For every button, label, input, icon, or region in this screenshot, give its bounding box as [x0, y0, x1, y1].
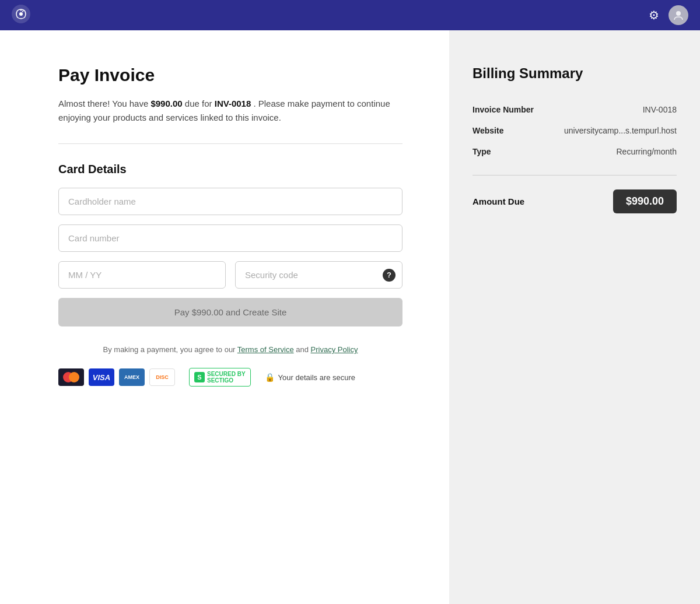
amex-icon: AMEX [119, 368, 145, 386]
sectigo-badge: S SECURED BY SECTIGO [189, 368, 251, 387]
expiry-input[interactable] [58, 261, 226, 289]
desc-invoice: INV-0018 [215, 99, 251, 108]
amount-due-badge: $990.00 [613, 189, 677, 213]
security-help-icon[interactable]: ? [383, 269, 396, 282]
desc-prefix: Almost there! You have [58, 99, 150, 108]
invoice-number-label: Invoice Number [473, 105, 534, 114]
card-details-title: Card Details [58, 163, 402, 176]
billing-title: Billing Summary [473, 65, 677, 82]
website-label: Website [473, 126, 503, 135]
pay-button-group: Pay $990.00 and Create Site [58, 298, 402, 336]
terms-text: By making a payment, you agree to our Te… [58, 345, 402, 354]
security-group: ? [235, 261, 402, 289]
type-value: Recurring/month [617, 147, 677, 156]
section-divider [58, 143, 402, 144]
amount-due-row: Amount Due $990.00 [473, 189, 677, 213]
mastercard-icon [58, 368, 84, 386]
sectigo-text: SECURED BY SECTIGO [207, 371, 246, 384]
billing-row-invoice: Invoice Number INV-0018 [473, 105, 677, 114]
discover-icon: DISC [149, 368, 175, 386]
sectigo-s-icon: S [194, 372, 205, 382]
pay-button[interactable]: Pay $990.00 and Create Site [58, 298, 402, 326]
navbar: ⚙ [0, 0, 700, 30]
page-title: Pay Invoice [58, 65, 402, 85]
security-wrapper: ? [235, 261, 402, 289]
avatar[interactable] [668, 5, 688, 25]
terms-prefix: By making a payment, you agree to our [103, 345, 237, 354]
invoice-description: Almost there! You have $990.00 due for I… [58, 97, 402, 125]
lock-icon: 🔒 [265, 373, 275, 382]
expiry-group [58, 261, 226, 289]
billing-divider [473, 175, 677, 175]
desc-middle: due for [183, 99, 215, 108]
card-number-input[interactable] [58, 224, 402, 252]
right-panel: Billing Summary Invoice Number INV-0018 … [449, 30, 700, 604]
svg-point-4 [676, 11, 681, 16]
security-input[interactable] [235, 261, 402, 289]
cardholder-group [58, 188, 402, 215]
invoice-number-value: INV-0018 [643, 105, 677, 114]
left-panel: Pay Invoice Almost there! You have $990.… [0, 30, 449, 604]
card-number-group [58, 224, 402, 252]
billing-rows: Invoice Number INV-0018 Website universi… [473, 105, 677, 156]
cardholder-input[interactable] [58, 188, 402, 215]
navbar-right: ⚙ [649, 5, 688, 25]
navbar-logo[interactable] [12, 5, 30, 26]
secure-text: 🔒 Your details are secure [265, 373, 356, 382]
payment-icons-row: VISA AMEX DISC S SECURED BY SECTIGO 🔒 Yo… [58, 368, 402, 387]
main-layout: Pay Invoice Almost there! You have $990.… [0, 30, 700, 604]
terms-middle: and [294, 345, 311, 354]
billing-row-type: Type Recurring/month [473, 147, 677, 156]
billing-row-website: Website universitycamp...s.tempurl.host [473, 126, 677, 135]
privacy-policy-link[interactable]: Privacy Policy [311, 345, 358, 354]
expiry-security-row: ? [58, 261, 402, 298]
secure-label: Your details are secure [278, 373, 356, 382]
website-value: universitycamp...s.tempurl.host [564, 126, 677, 135]
gear-icon[interactable]: ⚙ [649, 8, 659, 22]
visa-icon: VISA [89, 368, 114, 386]
svg-point-1 [19, 12, 23, 16]
amount-due-label: Amount Due [473, 196, 524, 206]
type-label: Type [473, 147, 491, 156]
desc-amount: $990.00 [150, 99, 182, 108]
terms-of-service-link[interactable]: Terms of Service [237, 345, 294, 354]
